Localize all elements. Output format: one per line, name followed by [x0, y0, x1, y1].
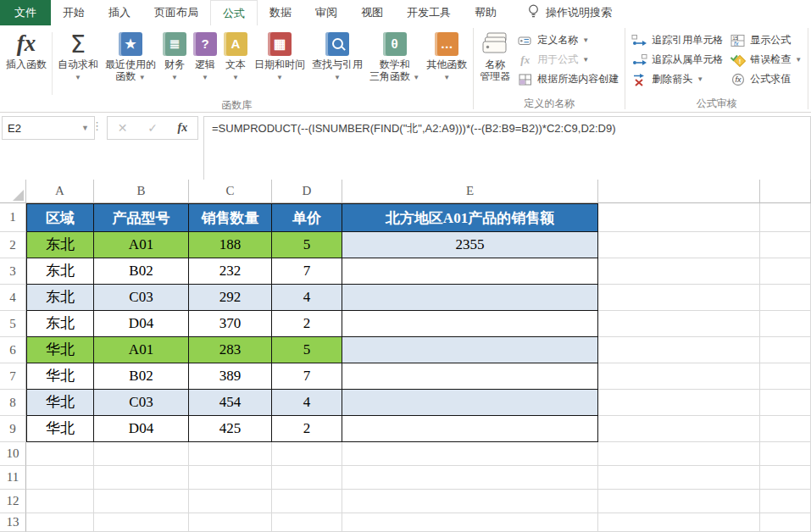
cell-D7[interactable]: 7	[272, 363, 342, 390]
cell-A7[interactable]: 华北	[26, 363, 94, 390]
cell-B8[interactable]: C03	[94, 390, 189, 416]
cell-E6[interactable]	[342, 337, 598, 363]
cell-B2[interactable]: A01	[94, 232, 189, 258]
ribbon-button-remove-arrows[interactable]: 删除箭头▼	[628, 69, 726, 89]
cell-B13[interactable]	[94, 513, 189, 532]
cell-A3[interactable]: 东北	[26, 258, 94, 285]
cell-B3[interactable]: B02	[94, 258, 189, 285]
ribbon-button-trace-precedents[interactable]: 追踪引用单元格	[628, 30, 726, 50]
cell-D5[interactable]: 2	[272, 311, 342, 337]
name-box[interactable]: E2 ▼	[2, 116, 95, 140]
cell-blank-4[interactable]	[598, 285, 760, 311]
cell-E7[interactable]	[342, 363, 598, 390]
cell-blank-10[interactable]	[598, 442, 760, 466]
formula-bar-drag-handle[interactable]: ⋮	[92, 119, 103, 132]
cell-E8[interactable]	[342, 390, 598, 416]
ribbon-button-trace-dependents[interactable]: 追踪从属单元格	[628, 50, 726, 69]
cell-C7[interactable]: 389	[189, 363, 272, 390]
cell-B4[interactable]: C03	[94, 285, 189, 311]
cell-blank-10[interactable]	[760, 442, 811, 466]
ribbon-button-lookup-reference[interactable]: 查找与引用▼	[308, 28, 366, 84]
cell-E2[interactable]: 2355	[342, 232, 598, 258]
ribbon-button-financial[interactable]: ≣财务▼	[159, 28, 190, 84]
cell-B11[interactable]	[94, 466, 189, 490]
cell-blank-12[interactable]	[598, 490, 760, 513]
cell-B6[interactable]: A01	[94, 337, 189, 363]
column-header-blank[interactable]	[598, 180, 760, 203]
cell-D2[interactable]: 5	[272, 232, 342, 258]
ribbon-button-more-functions[interactable]: …其他函数▼	[423, 28, 470, 84]
cell-C9[interactable]: 425	[189, 416, 272, 442]
cell-B5[interactable]: D04	[94, 311, 189, 337]
cell-C3[interactable]: 232	[189, 258, 272, 285]
cell-A1[interactable]: 区域	[26, 203, 94, 232]
cell-blank-1[interactable]	[598, 203, 760, 232]
cell-blank-2[interactable]	[760, 232, 811, 258]
row-header-1[interactable]: 1	[0, 203, 26, 232]
cell-blank-3[interactable]	[760, 258, 811, 285]
cell-blank-5[interactable]	[760, 311, 811, 337]
cell-C4[interactable]: 292	[189, 285, 272, 311]
ribbon-button-text[interactable]: A文本▼	[220, 28, 251, 84]
row-header-9[interactable]: 9	[0, 416, 26, 442]
ribbon-button-recent-functions[interactable]: ★最近使用的函数 ▼	[102, 28, 159, 84]
cell-C5[interactable]: 370	[189, 311, 272, 337]
cell-E9[interactable]	[342, 416, 598, 442]
ribbon-button-evaluate-formula[interactable]: fx公式求值	[726, 69, 805, 89]
cell-A6[interactable]: 华北	[26, 337, 94, 363]
cell-D3[interactable]: 7	[272, 258, 342, 285]
cell-blank-7[interactable]	[598, 363, 760, 390]
row-header-10[interactable]: 10	[0, 442, 26, 466]
cell-D6[interactable]: 5	[272, 337, 342, 363]
cell-B10[interactable]	[94, 442, 189, 466]
cell-A2[interactable]: 东北	[26, 232, 94, 258]
cell-blank-8[interactable]	[598, 390, 760, 416]
cell-E11[interactable]	[342, 466, 598, 490]
column-header-B[interactable]: B	[94, 180, 189, 203]
tab-data[interactable]: 数据	[258, 0, 303, 25]
ribbon-button-math-trig[interactable]: θ数学和三角函数 ▼	[366, 28, 423, 84]
cell-B1[interactable]: 产品型号	[94, 203, 189, 232]
cell-blank-7[interactable]	[760, 363, 811, 390]
cell-D11[interactable]	[272, 466, 342, 490]
ribbon-button-autosum[interactable]: Σ自动求和▼	[54, 28, 102, 84]
name-box-dropdown-icon[interactable]: ▼	[81, 124, 89, 132]
cell-E3[interactable]	[342, 258, 598, 285]
cell-blank-11[interactable]	[760, 466, 811, 490]
cell-blank-13[interactable]	[760, 513, 811, 532]
row-header-7[interactable]: 7	[0, 363, 26, 390]
cell-C6[interactable]: 283	[189, 337, 272, 363]
ribbon-button-create-from-selection[interactable]: 根据所选内容创建	[514, 69, 622, 89]
cell-A13[interactable]	[26, 513, 94, 532]
cell-C13[interactable]	[189, 513, 272, 532]
cell-E13[interactable]	[342, 513, 598, 532]
cell-A4[interactable]: 东北	[26, 285, 94, 311]
cell-blank-11[interactable]	[598, 466, 760, 490]
insert-function-icon[interactable]: fx	[177, 121, 187, 135]
ribbon-button-error-checking[interactable]: !错误检查▼	[726, 50, 805, 69]
ribbon-button-define-name[interactable]: 定义名称▼	[514, 30, 622, 50]
cell-C1[interactable]: 销售数量	[189, 203, 272, 232]
cell-E12[interactable]	[342, 490, 598, 513]
tab-formulas[interactable]: 公式	[210, 0, 258, 25]
cell-blank-9[interactable]	[598, 416, 760, 442]
ribbon-button-logical[interactable]: ?逻辑▼	[190, 28, 220, 84]
cell-blank-13[interactable]	[598, 513, 760, 532]
cell-B7[interactable]: B02	[94, 363, 189, 390]
ribbon-button-name-manager[interactable]: 名称管理器	[476, 28, 514, 82]
tab-file[interactable]: 文件	[0, 0, 51, 25]
cell-D8[interactable]: 4	[272, 390, 342, 416]
cell-blank-2[interactable]	[598, 232, 760, 258]
row-header-4[interactable]: 4	[0, 285, 26, 311]
cell-blank-1[interactable]	[760, 203, 811, 232]
formula-input[interactable]: =SUMPRODUCT(--(ISNUMBER(FIND("北",A2:A9))…	[203, 116, 811, 184]
cell-blank-6[interactable]	[760, 337, 811, 363]
cell-E5[interactable]	[342, 311, 598, 337]
cell-E4[interactable]	[342, 285, 598, 311]
cell-A5[interactable]: 东北	[26, 311, 94, 337]
row-header-12[interactable]: 12	[0, 490, 26, 513]
cell-C11[interactable]	[189, 466, 272, 490]
row-header-2[interactable]: 2	[0, 232, 26, 258]
tell-me-search[interactable]: 操作说明搜索	[527, 0, 612, 25]
cell-D13[interactable]	[272, 513, 342, 532]
